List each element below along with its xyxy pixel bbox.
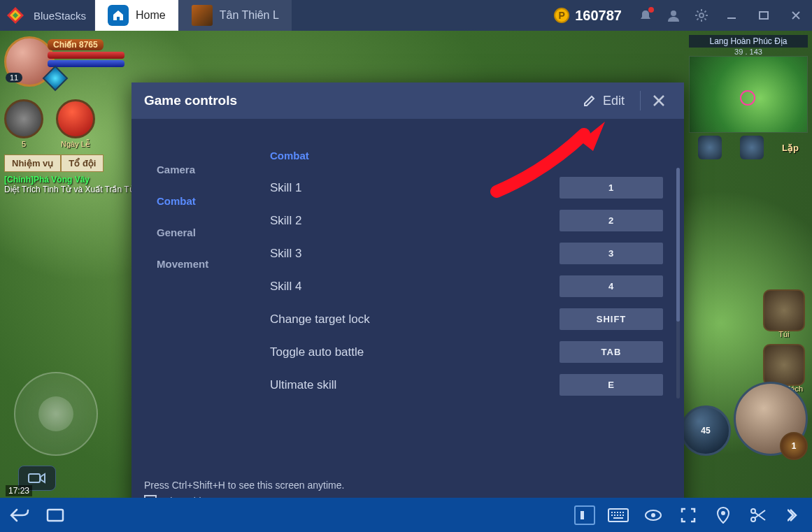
notifications-icon[interactable] bbox=[632, 0, 660, 31]
svg-point-4 bbox=[699, 13, 704, 17]
divider bbox=[640, 91, 641, 110]
tab-game[interactable]: Tân Thiên L bbox=[178, 0, 292, 31]
keybind-value[interactable]: 3 bbox=[560, 243, 663, 264]
skill-tiny[interactable]: 1 bbox=[780, 432, 808, 460]
minimap-coords: 39 . 143 bbox=[689, 48, 808, 56]
keybind-value[interactable]: 2 bbox=[560, 210, 663, 231]
minimap-title: Lang Hoàn Phúc Địa bbox=[689, 35, 808, 48]
svg-point-36 bbox=[651, 513, 655, 517]
keybind-row: Skill 44 bbox=[264, 275, 663, 297]
close-button[interactable] bbox=[646, 91, 671, 110]
window-maximize[interactable] bbox=[748, 0, 780, 31]
modal-content: Combat Skill 11 Skill 22 Skill 33 Skill … bbox=[250, 119, 684, 475]
home-icon bbox=[108, 5, 129, 26]
game-viewport: 11 Chiến 8765 5 Ngày Lễ Nhiệm vụ Tổ đội … bbox=[0, 31, 812, 498]
minimap: Lang Hoàn Phúc Địa 39 . 143 Lặp bbox=[689, 35, 808, 159]
tab-mission[interactable]: Nhiệm vụ bbox=[4, 154, 61, 172]
hp-bar bbox=[48, 52, 124, 59]
modal-sidebar: Camera Combat General Movement bbox=[131, 119, 250, 475]
coin-counter[interactable]: P 160787 bbox=[554, 8, 622, 24]
keybind-value[interactable]: E bbox=[560, 374, 663, 396]
bluestacks-logo bbox=[0, 0, 31, 31]
tab-home[interactable]: Home bbox=[94, 0, 178, 31]
svg-rect-34 bbox=[613, 517, 623, 519]
keybind-row: Change target lockSHIFT bbox=[264, 308, 663, 330]
bag-button[interactable]: Túi bbox=[763, 289, 805, 338]
svg-rect-24 bbox=[611, 512, 613, 513]
coin-value: 160787 bbox=[575, 8, 622, 24]
skill-slot-2[interactable]: 45 bbox=[681, 405, 731, 456]
keybind-row: Skill 33 bbox=[264, 243, 663, 264]
scissors-icon[interactable] bbox=[746, 503, 770, 527]
eye-icon[interactable] bbox=[641, 503, 665, 527]
minimap-btn-1[interactable] bbox=[698, 136, 722, 159]
close-icon bbox=[652, 94, 666, 108]
hud-slot-2-label: Ngày Lễ bbox=[56, 140, 95, 149]
edit-label: Edit bbox=[603, 94, 625, 108]
svg-rect-33 bbox=[622, 515, 624, 516]
coin-icon: P bbox=[554, 8, 569, 23]
keybind-value[interactable]: 4 bbox=[560, 275, 663, 297]
tab-home-label: Home bbox=[136, 9, 166, 22]
tab-team[interactable]: Tổ đội bbox=[61, 154, 104, 172]
hud-tabs: Nhiệm vụ Tổ đội bbox=[4, 154, 135, 172]
brand-label: BlueStacks bbox=[31, 10, 94, 22]
right-buttons: Túi Danh Sách bbox=[763, 289, 805, 393]
minimap-view[interactable] bbox=[689, 56, 808, 133]
svg-rect-25 bbox=[614, 512, 615, 513]
joystick[interactable] bbox=[14, 372, 98, 456]
quest-panel[interactable]: [Chính]Phá Vòng Vây Diệt Trích Tinh Tử v… bbox=[4, 175, 135, 194]
pencil-icon bbox=[583, 94, 596, 107]
window-close[interactable] bbox=[780, 0, 812, 31]
clock: 17:23 bbox=[6, 485, 32, 496]
svg-rect-22 bbox=[580, 511, 584, 519]
checkbox-label: Show this screen on startup bbox=[164, 496, 285, 498]
keybind-value[interactable]: TAB bbox=[560, 341, 663, 363]
svg-rect-29 bbox=[611, 515, 613, 516]
keybind-row: Skill 11 bbox=[264, 177, 663, 199]
joystick-area bbox=[14, 372, 98, 456]
chevrons-icon[interactable] bbox=[781, 503, 805, 527]
settings-icon[interactable] bbox=[688, 0, 715, 31]
modal-header: Game controls Edit bbox=[131, 82, 684, 119]
keybind-row: Skill 22 bbox=[264, 210, 663, 231]
fullscreen-icon[interactable] bbox=[676, 503, 700, 527]
window-minimize[interactable] bbox=[715, 0, 748, 31]
svg-rect-28 bbox=[622, 512, 624, 513]
category-general[interactable]: General bbox=[131, 217, 250, 248]
back-icon[interactable] bbox=[7, 503, 31, 527]
bottom-taskbar bbox=[0, 498, 812, 532]
player-bars: Chiến 8765 bbox=[48, 38, 124, 87]
svg-line-9 bbox=[697, 11, 699, 13]
svg-rect-21 bbox=[48, 510, 63, 521]
keybind-value[interactable]: 1 bbox=[560, 177, 663, 199]
edit-button[interactable]: Edit bbox=[574, 94, 634, 108]
minimap-loop-label[interactable]: Lặp bbox=[782, 143, 799, 153]
keyboard-icon[interactable] bbox=[606, 503, 630, 527]
svg-rect-27 bbox=[620, 512, 621, 513]
keybind-row: Ultimate skillE bbox=[264, 374, 663, 396]
minimap-btn-2[interactable] bbox=[740, 136, 764, 159]
account-icon[interactable] bbox=[660, 0, 688, 31]
toggle-icon[interactable] bbox=[574, 505, 595, 525]
modal-title: Game controls bbox=[144, 93, 574, 108]
keybind-value[interactable]: SHIFT bbox=[560, 308, 663, 330]
startup-checkbox[interactable]: ✓ Show this screen on startup bbox=[144, 495, 671, 498]
home-nav-icon[interactable] bbox=[43, 503, 67, 527]
player-hud: 11 Chiến 8765 5 Ngày Lễ Nhiệm vụ Tổ đội … bbox=[4, 36, 135, 194]
hud-slot-1[interactable]: 5 bbox=[4, 99, 43, 149]
svg-rect-26 bbox=[617, 512, 618, 513]
scrollbar[interactable] bbox=[676, 168, 680, 398]
category-movement[interactable]: Movement bbox=[131, 248, 250, 280]
category-combat[interactable]: Combat bbox=[131, 185, 250, 217]
hud-slot-2[interactable]: Ngày Lễ bbox=[56, 99, 95, 149]
location-icon[interactable] bbox=[711, 503, 735, 527]
svg-point-3 bbox=[671, 10, 676, 16]
svg-rect-32 bbox=[620, 515, 621, 516]
modal-footer: Press Ctrl+Shift+H to see this screen an… bbox=[131, 475, 684, 498]
svg-line-12 bbox=[704, 11, 706, 13]
footer-hint: Press Ctrl+Shift+H to see this screen an… bbox=[144, 480, 671, 491]
titlebar: BlueStacks Home Tân Thiên L P 160787 bbox=[0, 0, 812, 31]
category-camera[interactable]: Camera bbox=[131, 154, 250, 185]
svg-line-10 bbox=[704, 18, 706, 20]
